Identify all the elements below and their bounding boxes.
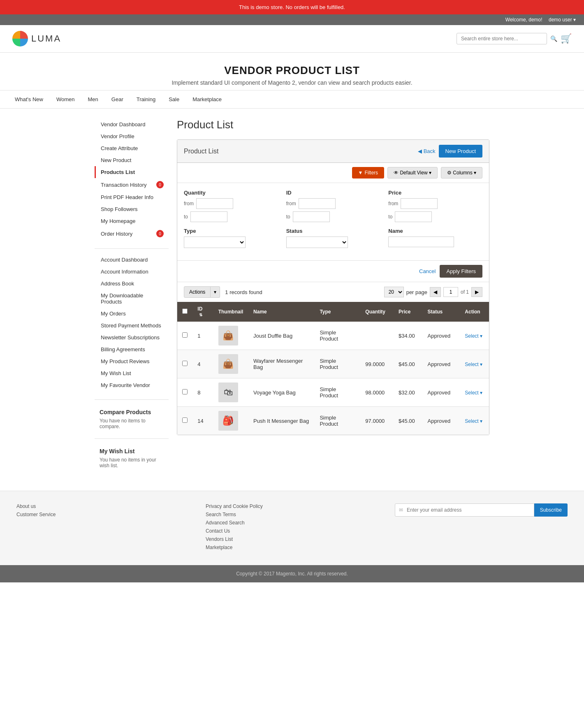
table-row: 4 👜 Wayfarer Messenger Bag Simple Produc… — [177, 350, 489, 378]
row-checkbox[interactable] — [182, 361, 188, 366]
row-checkbox[interactable] — [182, 332, 188, 338]
select-link[interactable]: Select ▾ — [465, 390, 482, 396]
nav-item-sale[interactable]: Sale — [162, 90, 186, 108]
nav-item-training[interactable]: Training — [130, 90, 162, 108]
content-title: Product List — [177, 118, 489, 131]
product-table-body: 1 👜 Joust Duffle Bag Simple Product $34.… — [177, 322, 489, 435]
actions-button[interactable]: Actions — [184, 286, 211, 298]
sidebar-item-address-book[interactable]: Address Book — [95, 278, 169, 290]
prev-page-button[interactable]: ◀ — [430, 287, 441, 297]
page-number-input[interactable] — [443, 287, 458, 297]
type-label: Type — [184, 228, 278, 234]
col-header-quantity: Quantity — [360, 302, 394, 322]
type-select[interactable] — [184, 236, 246, 248]
sidebar-item-account-dashboard[interactable]: Account Dashboard — [95, 254, 169, 266]
apply-filters-button[interactable]: Apply Filters — [440, 265, 482, 278]
back-link[interactable]: ◀ Back — [418, 148, 436, 154]
row-checkbox[interactable] — [182, 417, 188, 423]
demo-banner-text: This is demo store. No orders will be fu… — [239, 4, 345, 10]
site-header: LUMA 🔍 🛒 — [0, 25, 584, 53]
footer-link-privacy[interactable]: Privacy and Cookie Policy — [206, 503, 378, 509]
cell-thumbnail: 🛍 — [213, 378, 248, 407]
id-from-input[interactable] — [299, 198, 336, 209]
cell-quantity: 98.0000 — [360, 378, 394, 407]
select-all-checkbox[interactable] — [182, 308, 188, 314]
name-input[interactable] — [388, 236, 454, 247]
columns-button[interactable]: ⚙ Columns ▾ — [441, 167, 482, 179]
nav-item-marketplace[interactable]: Marketplace — [186, 90, 228, 108]
sidebar-item-my-orders[interactable]: My Orders — [95, 308, 169, 320]
sidebar-item-vendor-dashboard[interactable]: Vendor Dashboard — [95, 118, 169, 130]
filter-icon: ▼ — [358, 170, 363, 176]
id-from-row: from — [286, 198, 380, 209]
sidebar-item-favourite-vendor[interactable]: My Favourite Vendor — [95, 379, 169, 391]
sidebar-item-stored-payment[interactable]: Stored Payment Methods — [95, 320, 169, 332]
filters-button[interactable]: ▼ Filters — [352, 167, 385, 179]
sidebar-item-vendor-profile[interactable]: Vendor Profile — [95, 130, 169, 142]
actions-group: Actions ▾ — [184, 286, 220, 298]
footer-link-about[interactable]: About us — [16, 503, 189, 509]
footer-link-vendors-list[interactable]: Vendors List — [206, 536, 378, 542]
sidebar-item-products-list[interactable]: Products List — [95, 166, 169, 178]
price-to-input[interactable] — [395, 211, 432, 222]
next-page-button[interactable]: ▶ — [471, 287, 482, 297]
search-icon-button[interactable]: 🔍 — [550, 35, 557, 42]
sidebar-item-transaction-history[interactable]: Transaction History 0 — [95, 178, 169, 191]
new-product-button[interactable]: New Product — [439, 145, 482, 158]
filter-fields: Quantity from to ID from — [177, 183, 489, 261]
quantity-to-input[interactable] — [190, 211, 227, 222]
search-input[interactable] — [457, 33, 547, 44]
id-to-input[interactable] — [293, 211, 330, 222]
sidebar-item-product-reviews[interactable]: My Product Reviews — [95, 355, 169, 367]
col-header-id[interactable]: ID ⇅ — [192, 302, 213, 322]
cell-price: $45.00 — [394, 407, 423, 435]
sidebar-item-billing[interactable]: Billing Agreements — [95, 343, 169, 355]
actions-dropdown-button[interactable]: ▾ — [211, 286, 220, 298]
logo-area[interactable]: LUMA — [12, 31, 61, 46]
nav-item-women[interactable]: Women — [50, 90, 81, 108]
nav-item-gear[interactable]: Gear — [105, 90, 130, 108]
select-link[interactable]: Select ▾ — [465, 362, 482, 367]
table-toolbar: Actions ▾ 1 records found 20 per page ◀ … — [177, 282, 489, 302]
logo-icon — [12, 31, 28, 46]
footer-link-marketplace[interactable]: Marketplace — [206, 545, 378, 550]
email-subscribe-input[interactable] — [395, 503, 534, 517]
row-checkbox[interactable] — [182, 389, 188, 394]
sidebar-item-downloadable-products[interactable]: My Downloadable Products — [95, 290, 169, 308]
email-icon: ✉ — [399, 507, 403, 513]
cancel-filters-button[interactable]: Cancel — [419, 265, 436, 278]
footer-link-advanced-search[interactable]: Advanced Search — [206, 520, 378, 526]
page-of-label: of 1 — [461, 289, 469, 295]
subscribe-button[interactable]: Subscribe — [534, 503, 568, 517]
sidebar-item-my-homepage[interactable]: My Homepage — [95, 215, 169, 227]
nav-item-men[interactable]: Men — [81, 90, 105, 108]
sidebar-item-wish-list[interactable]: My Wish List — [95, 367, 169, 379]
sidebar-item-create-attribute[interactable]: Create Attribute — [95, 142, 169, 154]
sidebar-item-account-information[interactable]: Account Information — [95, 266, 169, 278]
footer-link-contact[interactable]: Contact Us — [206, 528, 378, 534]
sidebar-item-print-pdf[interactable]: Print PDF Header Info — [95, 191, 169, 203]
status-select[interactable] — [286, 236, 348, 248]
default-view-button[interactable]: 👁 Default View ▾ — [387, 167, 438, 179]
select-link[interactable]: Select ▾ — [465, 418, 482, 424]
price-from-input[interactable] — [401, 198, 438, 209]
compare-section: Compare Products You have no items to co… — [95, 405, 169, 434]
cart-icon[interactable]: 🛒 — [561, 33, 572, 44]
quantity-from-input[interactable] — [196, 198, 233, 209]
page-subtitle: Implement standard UI component of Magen… — [8, 79, 576, 86]
sidebar-item-order-history[interactable]: Order History 0 — [95, 227, 169, 240]
sidebar-item-new-product[interactable]: New Product — [95, 154, 169, 166]
user-menu[interactable]: demo user ▾ — [546, 17, 576, 23]
cell-type: Simple Product — [315, 407, 360, 435]
filters-toolbar: ▼ Filters 👁 Default View ▾ ⚙ Columns ▾ — [177, 163, 489, 183]
cell-type: Simple Product — [315, 350, 360, 378]
footer-link-customer-service[interactable]: Customer Service — [16, 512, 189, 517]
status-label: Status — [286, 228, 380, 234]
per-page-select[interactable]: 20 — [384, 287, 404, 297]
sidebar-item-shop-followers[interactable]: Shop Followers — [95, 203, 169, 215]
footer-link-search-terms[interactable]: Search Terms — [206, 512, 378, 517]
nav-item-whats-new[interactable]: What's New — [8, 90, 50, 108]
sidebar-item-newsletter[interactable]: Newsletter Subscriptions — [95, 332, 169, 343]
select-link[interactable]: Select ▾ — [465, 333, 482, 339]
price-to-row: to — [388, 211, 482, 222]
